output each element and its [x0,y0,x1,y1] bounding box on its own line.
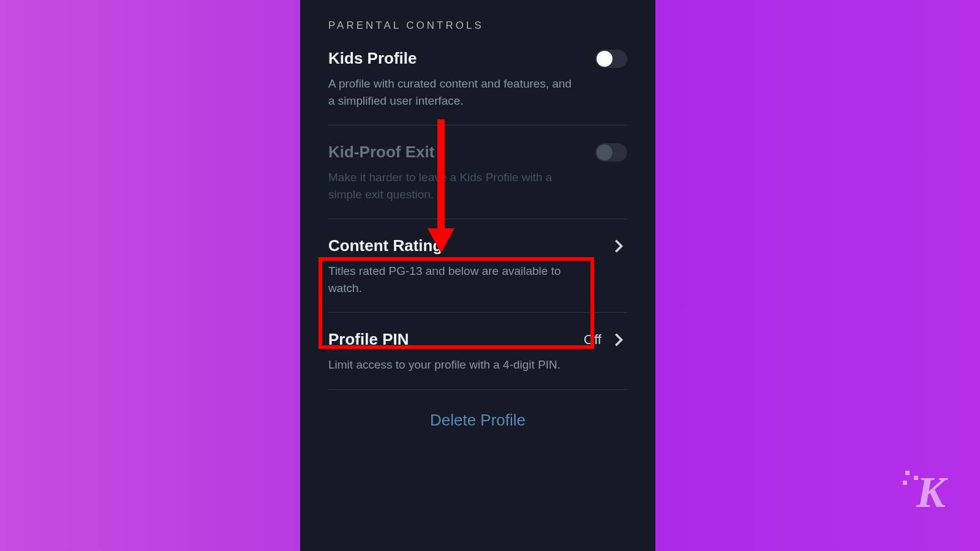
kid-proof-exit-title: Kid-Proof Exit [328,143,434,162]
profile-pin-title: Profile PIN [328,330,409,349]
kids-profile-desc: A profile with curated content and featu… [328,75,573,109]
chevron-right-icon [610,238,627,255]
watermark-dots-icon [903,471,921,489]
parental-controls-panel: PARENTAL CONTROLS Kids Profile A profile… [300,0,655,551]
watermark: K [916,467,946,518]
delete-profile-link[interactable]: Delete Profile [328,390,627,430]
section-header: PARENTAL CONTROLS [328,0,627,32]
kids-profile-toggle[interactable] [595,50,627,68]
content-rating-row[interactable]: Content Rating Titles rated PG-13 and be… [328,219,627,313]
kids-profile-row[interactable]: Kids Profile A profile with curated cont… [328,32,627,126]
kid-proof-exit-toggle [595,143,627,162]
profile-pin-row[interactable]: Profile PIN Off Limit access to your pro… [328,313,627,390]
profile-pin-desc: Limit access to your profile with a 4-di… [328,356,573,373]
kid-proof-exit-desc: Make it harder to leave a Kids Profile w… [328,169,573,203]
content-rating-desc: Titles rated PG-13 and below are availab… [328,263,573,296]
kid-proof-exit-row: Kid-Proof Exit Make it harder to leave a… [328,126,627,219]
profile-pin-status: Off [584,332,601,348]
kids-profile-title: Kids Profile [328,49,417,68]
chevron-right-icon [610,331,627,348]
content-rating-title: Content Rating [328,236,442,255]
